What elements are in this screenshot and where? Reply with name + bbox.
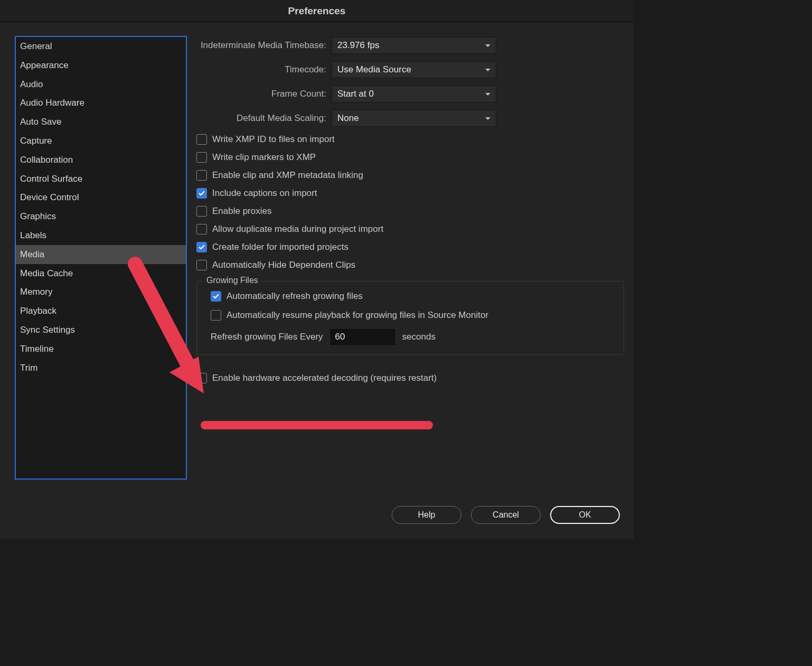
check-row-auto_resume: Automatically resume playback for growin… [211,310,612,321]
sidebar-item-general[interactable]: General [16,37,186,56]
checkbox-enable_linking[interactable] [196,170,207,181]
sidebar-item-audio-hardware[interactable]: Audio Hardware [16,93,186,112]
row-timebase: Indeterminate Media Timebase: 23.976 fps [196,37,624,54]
select-framecount-value: Start at 0 [337,89,374,99]
window-titlebar: Preferences [0,0,634,22]
sidebar-item-timeline[interactable]: Timeline [16,340,186,359]
sidebar-item-device-control[interactable]: Device Control [16,188,186,207]
check-row-clip_markers: Write clip markers to XMP [196,152,624,163]
preferences-window: Preferences GeneralAppearanceAudioAudio … [0,0,634,539]
sidebar-item-media-cache[interactable]: Media Cache [16,264,186,283]
checkbox-hide_dep[interactable] [196,260,207,270]
sidebar-item-control-surface[interactable]: Control Surface [16,170,186,189]
select-scaling[interactable]: None [332,110,496,127]
checkbox-label-duplicate: Allow duplicate media during project imp… [212,224,383,234]
chevron-down-icon [485,117,490,120]
check-row-proxies: Enable proxies [196,206,624,217]
checkbox-label-auto_resume: Automatically resume playback for growin… [226,310,488,321]
category-sidebar[interactable]: GeneralAppearanceAudioAudio HardwareAuto… [15,36,187,480]
check-row-hide_dep: Automatically Hide Dependent Clips [196,260,624,270]
help-button[interactable]: Help [392,506,461,524]
row-framecount: Frame Count: Start at 0 [196,86,624,102]
dialog-footer: Help Cancel OK [0,491,634,539]
checkbox-auto_refresh[interactable] [211,291,221,302]
sidebar-item-playback[interactable]: Playback [16,302,186,321]
sidebar-item-trim[interactable]: Trim [16,359,186,378]
checkbox-clip_markers[interactable] [196,152,207,163]
checkbox-label-proxies: Enable proxies [212,206,271,217]
settings-panel: Indeterminate Media Timebase: 23.976 fps… [196,36,624,491]
checkbox-label-folder: Create folder for imported projects [212,242,348,252]
checkbox-label-xmp_id: Write XMP ID to files on import [212,134,335,145]
label-scaling: Default Media Scaling: [196,113,326,124]
refresh-label-pre: Refresh growing Files Every [211,332,323,342]
select-timecode-value: Use Media Source [337,64,411,75]
check-row-captions: Include captions on import [196,188,624,199]
checkbox-auto_resume[interactable] [211,310,221,321]
label-timebase: Indeterminate Media Timebase: [196,40,326,51]
row-timecode: Timecode: Use Media Source [196,61,624,78]
chevron-down-icon [485,69,490,71]
checkbox-duplicate[interactable] [196,224,207,234]
chevron-down-icon [485,44,490,47]
growing-checks: Automatically refresh growing filesAutom… [211,291,612,321]
sidebar-item-media[interactable]: Media [16,245,186,264]
check-row-xmp_id: Write XMP ID to files on import [196,134,624,145]
sidebar-item-collaboration[interactable]: Collaboration [16,151,186,170]
cancel-button[interactable]: Cancel [471,506,541,524]
sidebar-item-sync-settings[interactable]: Sync Settings [16,321,186,340]
checkbox-label-captions: Include captions on import [212,188,317,199]
select-timebase[interactable]: 23.976 fps [332,37,496,54]
select-timebase-value: 23.976 fps [337,40,379,51]
check-row-folder: Create folder for imported projects [196,242,624,252]
checkbox-proxies[interactable] [196,206,207,217]
sidebar-item-auto-save[interactable]: Auto Save [16,112,186,132]
checkbox-captions[interactable] [196,188,207,199]
hw-decode-area: Enable hardware accelerated decoding (re… [196,373,624,383]
checkbox-area: Write XMP ID to files on importWrite cli… [196,134,624,270]
chevron-down-icon [485,93,490,96]
select-scaling-value: None [337,113,359,124]
window-title: Preferences [288,5,346,17]
row-refresh-interval: Refresh growing Files Every seconds [211,329,612,345]
checkbox-label-hw_decode: Enable hardware accelerated decoding (re… [212,373,437,383]
label-framecount: Frame Count: [196,89,326,99]
sidebar-item-graphics[interactable]: Graphics [16,207,186,226]
select-timecode[interactable]: Use Media Source [332,61,496,78]
checkbox-label-hide_dep: Automatically Hide Dependent Clips [212,260,355,270]
ok-button[interactable]: OK [550,506,620,524]
checkbox-label-enable_linking: Enable clip and XMP metadata linking [212,170,363,181]
sidebar-item-audio[interactable]: Audio [16,75,186,94]
checkbox-hw_decode[interactable] [196,373,207,383]
content-area: GeneralAppearanceAudioAudio HardwareAuto… [0,22,634,491]
sidebar-item-capture[interactable]: Capture [16,132,186,151]
check-row-duplicate: Allow duplicate media during project imp… [196,224,624,234]
checkbox-xmp_id[interactable] [196,134,207,145]
refresh-interval-input[interactable] [331,329,395,345]
refresh-label-post: seconds [402,332,436,342]
sidebar-item-labels[interactable]: Labels [16,226,186,245]
check-row-auto_refresh: Automatically refresh growing files [211,291,612,302]
sidebar-item-appearance[interactable]: Appearance [16,56,186,75]
growing-files-title: Growing Files [203,276,261,285]
label-timecode: Timecode: [196,64,326,75]
checkbox-label-clip_markers: Write clip markers to XMP [212,152,316,163]
checkbox-folder[interactable] [196,242,207,252]
select-framecount[interactable]: Start at 0 [332,86,496,102]
checkbox-label-auto_refresh: Automatically refresh growing files [226,291,363,302]
row-scaling: Default Media Scaling: None [196,110,624,127]
check-row-hw_decode: Enable hardware accelerated decoding (re… [196,373,624,383]
growing-files-group: Growing Files Automatically refresh grow… [196,281,624,355]
check-row-enable_linking: Enable clip and XMP metadata linking [196,170,624,181]
sidebar-item-memory[interactable]: Memory [16,283,186,302]
